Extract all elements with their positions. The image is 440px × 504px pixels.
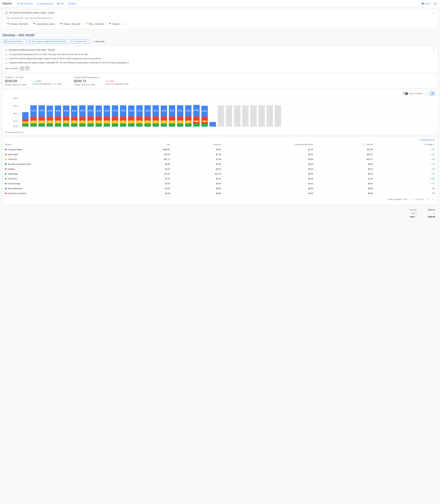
summary-preview-badge: Preview — [47, 49, 55, 51]
chevron-down-icon-2 — [67, 41, 69, 43]
chip-last-invoice[interactable]: Last invoice by service — [31, 22, 57, 26]
chip-projects-this-month[interactable]: Projects – this month — [58, 22, 82, 26]
svg-rect-63 — [47, 124, 53, 127]
trend-icon-3 — [5, 62, 8, 64]
cumulative-toggle-switch[interactable] — [403, 92, 408, 95]
change-cell: 7% — [378, 163, 435, 165]
time-range-filter[interactable]: Time range by usage date (Current month) — [28, 40, 70, 43]
gemini-input[interactable] — [5, 16, 54, 20]
cost-cell: $2.24 — [125, 167, 173, 172]
chip-label: Last invoice by service — [36, 23, 55, 25]
col-change: % Change — [375, 142, 437, 147]
service-color-dot — [5, 154, 7, 155]
chips-next-button[interactable] — [124, 22, 128, 27]
discounts-cell: -$1.06 — [173, 157, 223, 162]
change-cell: 0% — [432, 187, 435, 190]
print-icon — [57, 2, 59, 5]
table-row: Cloud SQL $21.17 -$1.06 $0.00 $20.11 4% — [3, 157, 437, 162]
svg-line-4 — [38, 4, 39, 5]
subtotal-label: Subtotal — [410, 209, 417, 211]
chip-services-partial[interactable]: Services – — [107, 22, 123, 26]
svg-point-3 — [37, 3, 39, 4]
svg-rect-68 — [55, 124, 61, 127]
total-label: Total — [410, 216, 417, 218]
line-chart-button[interactable] — [424, 91, 429, 96]
table-actions: Download CSV — [3, 139, 437, 142]
chevron-left-icon — [427, 198, 429, 200]
forecasted-change: 3.16% — [106, 80, 128, 82]
list-icon — [17, 2, 20, 5]
gemini-summary-icon — [5, 49, 7, 51]
cost-cell: $0.00 — [125, 186, 173, 191]
bar-chart-button[interactable] — [430, 91, 435, 96]
tax-row: Tax — — [5, 212, 435, 215]
rows-per-page-select[interactable]: 10 25 50 — [402, 198, 408, 201]
subtotal-cell: $2.10 — [316, 167, 375, 172]
tax-value: — — [423, 212, 435, 215]
chip-skus-this-month[interactable]: SKUs – this month — [83, 22, 106, 26]
page-title-section: Services – this month — [0, 31, 440, 38]
subtotal-cell: $0.05 — [316, 181, 375, 186]
feedback-section: Was this helpful? — [5, 66, 435, 71]
credits-filter[interactable]: Credits (All) — [72, 40, 90, 43]
show-more-button[interactable]: Show more — [91, 40, 106, 43]
generate-query-button[interactable]: Generate query — [35, 1, 55, 6]
footer-totals: Subtotal $150.09 Tax — Total $150.09 — [2, 206, 438, 221]
svg-rect-108 — [120, 124, 126, 127]
svg-point-226 — [23, 133, 23, 133]
summary-collapse-button[interactable] — [432, 48, 435, 51]
service-name-cell: Secret Manager — [3, 186, 125, 191]
svg-point-9 — [68, 3, 69, 4]
svg-rect-165 — [234, 105, 240, 127]
summary-item-2: Cloud Run had the largest percentage cha… — [5, 57, 435, 60]
chip-label: SKUs – this month — [89, 23, 104, 25]
google-cloud-icon — [7, 23, 9, 25]
forecasted-change-group: 3.16% $6.44 over September 2024 — [106, 76, 128, 86]
service-color-dot — [5, 178, 7, 180]
svg-rect-160 — [201, 124, 208, 127]
chart-controls: Show cumulative — [5, 91, 435, 96]
svg-rect-21 — [5, 41, 6, 41]
prev-page-button[interactable] — [426, 197, 430, 201]
svg-point-10 — [69, 4, 70, 5]
group-by-filter[interactable]: Group by (Service) — [2, 40, 26, 43]
change-pct-cell: 0% — [375, 186, 437, 191]
chip-services-this-month[interactable]: Services – this month — [5, 22, 30, 26]
gemini-collapse-button[interactable] — [432, 11, 435, 14]
show-cumulative-toggle[interactable]: Show cumulative — [403, 92, 423, 95]
chevron-down-icon-3 — [86, 41, 88, 43]
see-all-reports-button[interactable]: See all reports — [16, 1, 35, 6]
table-row: Cloud Run Functions $0.00 $0.00 $0.00 $0… — [3, 191, 437, 196]
actual-credits: includes -$30.03 in credits — [5, 84, 26, 86]
page-title: Services – this month — [2, 33, 438, 37]
table-row: Networking $13.28 -$11.25 $0.00 $2.03 7% — [3, 172, 437, 176]
chip-label: Projects – this month — [63, 23, 80, 25]
col-subtotal[interactable]: ↓ Subtotal — [316, 142, 375, 147]
learn-button[interactable]: Learn — [419, 1, 431, 6]
svg-rect-113 — [128, 124, 135, 127]
subtotal-cell: $97.99 — [316, 147, 375, 152]
svg-rect-53 — [30, 124, 37, 127]
gemini-header: Ask Gemini Cloud Assist to create a repo… — [5, 11, 435, 14]
change-pct-cell: 3% — [375, 147, 437, 152]
print-button[interactable]: Print — [55, 1, 66, 6]
svg-text:$6: $6 — [13, 105, 18, 107]
summary-item-1: You spent $150.09 between Oct 1-23, 2024… — [5, 53, 435, 56]
col-discounts: Discounts — [173, 142, 223, 147]
change-pct-cell: 4% — [375, 157, 437, 162]
thumbs-down-button[interactable] — [25, 66, 29, 71]
svg-rect-78 — [71, 124, 78, 127]
download-csv-button[interactable]: Download CSV — [419, 139, 435, 141]
thumbs-up-button[interactable] — [20, 66, 24, 71]
forecasted-legend: Forecasted cost — [5, 131, 435, 133]
next-page-button[interactable] — [431, 197, 435, 201]
metrics-section: October 1 – 23, 2024 $150.09 includes -$… — [2, 74, 438, 88]
sidebar-collapse-button[interactable] — [433, 1, 438, 6]
change-cell: 3% — [378, 148, 435, 151]
svg-rect-28 — [74, 41, 75, 42]
share-button[interactable]: Share — [66, 1, 78, 6]
col-info-icon — [433, 144, 435, 145]
chevron-right-icon — [432, 198, 434, 200]
bar-chart-icon — [431, 92, 434, 95]
calendar-icon — [29, 41, 31, 43]
